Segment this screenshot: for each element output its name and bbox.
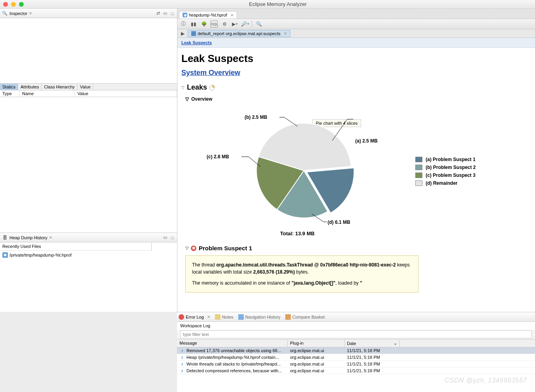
error-log-icon — [179, 314, 184, 320]
tab-nav-history[interactable]: Navigation History — [238, 314, 281, 320]
slice-label-d: (d) 6.1 MB — [328, 219, 350, 225]
chart-total: Total: 13.9 MB — [280, 231, 315, 236]
col-date[interactable]: Date⌄ — [345, 339, 400, 347]
collapse-icon: ▽ — [181, 85, 185, 90]
titlebar: Eclipse Memory Analyzer — [0, 0, 535, 9]
log-row[interactable]: iHeap /private/tmp/heapdump-%t.hprof con… — [177, 354, 535, 361]
legend-swatch — [415, 180, 422, 186]
overview-section-header[interactable]: ▽ Overview — [185, 96, 531, 102]
report-area[interactable]: Leak Suspects Leak Suspects System Overv… — [177, 38, 535, 312]
query-browser-button[interactable]: 🔎 — [241, 21, 249, 28]
legend-item-d: (d) Remainder — [415, 180, 476, 186]
col-value[interactable]: Value — [75, 90, 177, 97]
workspace-log-label: Workspace Log — [177, 322, 535, 330]
editor-tab-label: heapdump-%t.hprof — [189, 13, 227, 17]
error-log-close[interactable]: ✕ — [207, 315, 210, 319]
log-row[interactable]: iDetected compressed references, because… — [177, 368, 535, 374]
slice-label-c: (c) 2.8 MB — [207, 154, 229, 159]
col-name[interactable]: Name — [20, 90, 75, 97]
editor-toolbar: ⓘ ▮▮ 🌳 OQL ⚙ ▶ 🔎 🔍 — [177, 19, 535, 29]
suspect1-details: The thread org.apache.tomcat.util.thread… — [185, 255, 418, 293]
subtab-default-report[interactable]: default_report org.eclipse.mat.api:suspe… — [188, 30, 290, 37]
heap-tab-icon — [183, 13, 187, 17]
inspector-columns: Type Name Value — [0, 90, 177, 97]
tab-class-hierarchy[interactable]: Class Hierarchy — [41, 84, 77, 90]
info-icon: i — [179, 355, 185, 360]
collapse-icon: ▽ — [185, 96, 189, 102]
breadcrumb-link[interactable]: Leak Suspects — [181, 40, 212, 45]
log-row[interactable]: iWrote threads call stacks to /private/t… — [177, 361, 535, 368]
subtab-close[interactable]: ✕ — [284, 31, 287, 36]
run-report-button[interactable]: ▶ — [231, 21, 238, 28]
suspect1-header[interactable]: ▽ ✖ Problem Suspect 1 — [185, 245, 531, 251]
info-icon: i — [179, 368, 185, 373]
app-title: Eclipse Memory Analyzer — [24, 1, 532, 7]
sort-icon: ⌄ — [394, 341, 397, 346]
tab-compare-basket[interactable]: Compare Basket — [285, 314, 325, 320]
filter-input[interactable] — [180, 330, 532, 338]
info-icon: i — [179, 362, 185, 366]
find-button[interactable]: 🔍 — [255, 21, 262, 28]
heap-minimize-button[interactable]: ▭ — [162, 234, 168, 241]
nav-history-icon — [238, 314, 244, 320]
inspector-tabs: Statics Attributes Class Hierarchy Value — [0, 83, 177, 90]
close-window-button[interactable] — [3, 2, 8, 7]
heap-history-header: 🗄 Heap Dump History ✕ ▭ □ — [0, 233, 177, 242]
tab-statics[interactable]: Statics — [0, 84, 18, 90]
col-type[interactable]: Type — [0, 90, 20, 97]
maximize-view-button[interactable]: □ — [169, 10, 175, 17]
inspector-body: Statics Attributes Class Hierarchy Value… — [0, 18, 177, 233]
col-message[interactable]: Message — [177, 339, 288, 347]
pie-chart: Pie chart with 4 slices (a) 2.5 MB (b) 2… — [181, 103, 531, 238]
minimize-view-button[interactable]: ▭ — [162, 10, 168, 17]
subtab-nav-button[interactable]: ▶ — [179, 30, 186, 37]
col-plugin[interactable]: Plug-in — [288, 339, 345, 347]
heap-file-icon — [2, 252, 8, 258]
log-row[interactable]: iRemoved 17,376 unreachable objects usin… — [177, 347, 535, 354]
heap-maximize-button[interactable]: □ — [169, 234, 175, 241]
tab-attributes[interactable]: Attributes — [18, 84, 41, 90]
window-controls — [3, 2, 24, 7]
tab-error-log[interactable]: Error Log ✕ — [179, 314, 210, 320]
editor-tab-heapdump[interactable]: heapdump-%t.hprof ✕ — [179, 11, 237, 19]
pie-svg — [252, 119, 355, 222]
heap-history-icon: 🗄 — [2, 234, 8, 241]
inspector-close-button[interactable]: ✕ — [29, 11, 32, 15]
oql-button[interactable]: OQL — [211, 21, 218, 28]
thread-button[interactable]: ⚙ — [221, 21, 228, 28]
leaks-section-header[interactable]: ▽ Leaks — [181, 83, 531, 92]
slice-label-b: (b) 2.5 MB — [245, 114, 267, 120]
tab-value[interactable]: Value — [77, 84, 93, 90]
legend-item-b: (b) Problem Suspect 2 — [415, 165, 476, 170]
leaks-heading: Leaks — [187, 83, 207, 92]
editor-tab-close[interactable]: ✕ — [230, 13, 234, 17]
suspect1-heading: Problem Suspect 1 — [199, 245, 252, 251]
legend-item-a: (a) Problem Suspect 1 — [415, 157, 476, 162]
legend-swatch — [415, 173, 422, 178]
watermark: CSDN @yzh_1346983557 — [445, 377, 527, 384]
dominator-tree-button[interactable]: 🌳 — [200, 21, 207, 28]
sync-button[interactable]: ⇄ — [155, 10, 161, 17]
heap-file-path: /private/tmp/heapdump-%t.hprof — [9, 253, 72, 257]
minimize-window-button[interactable] — [11, 2, 16, 7]
report-icon — [191, 31, 196, 36]
maximize-window-button[interactable] — [19, 2, 24, 7]
inspector-view-header: 🔍 Inspector ✕ ⇄ ▭ □ — [0, 9, 177, 18]
bottom-tabs: Error Log ✕ Notes Navigation History Com… — [177, 312, 535, 322]
page-title: Leak Suspects — [181, 53, 531, 65]
inspector-icon: 🔍 — [2, 10, 8, 17]
subtab-label: default_report org.eclipse.mat.api:suspe… — [198, 31, 281, 36]
system-overview-link[interactable]: System Overview — [181, 69, 240, 77]
histogram-button[interactable]: ▮▮ — [190, 21, 197, 28]
heap-file-row[interactable]: /private/tmp/heapdump-%t.hprof — [0, 251, 177, 259]
subtab-bar: ▶ default_report org.eclipse.mat.api:sus… — [177, 29, 535, 38]
tab-notes[interactable]: Notes — [215, 314, 234, 320]
heap-history-close-button[interactable]: ✕ — [49, 235, 52, 240]
info-icon: i — [179, 348, 185, 353]
chart-legend: (a) Problem Suspect 1 (b) Problem Suspec… — [415, 157, 476, 188]
error-icon: ✖ — [191, 246, 196, 251]
overview-button[interactable]: ⓘ — [180, 21, 187, 28]
heap-history-title: Heap Dump History — [9, 235, 47, 240]
recently-used-label: Recently Used Files — [0, 242, 152, 251]
notes-icon — [215, 314, 220, 320]
